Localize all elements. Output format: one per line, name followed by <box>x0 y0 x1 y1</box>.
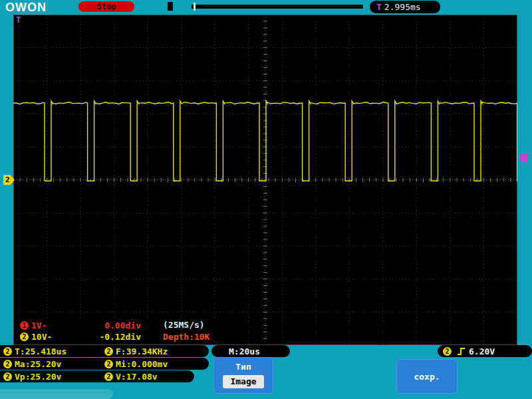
trigger-time-icon: T <box>376 2 382 12</box>
channel2-settings-row: 2 10V- -0.12div <box>20 331 149 342</box>
scope-grid-and-trace <box>13 15 517 345</box>
frequency-value: F:39.34KHz <box>116 346 168 356</box>
trigger-offset-marker <box>168 2 173 11</box>
memory-depth: Depth:10K <box>163 331 227 343</box>
channel2-badge: 2 <box>3 360 12 368</box>
waveform-display <box>13 15 517 345</box>
channel2-badge: 2 <box>104 360 113 368</box>
memory-window-marker <box>194 3 196 11</box>
vavg-value: V:17.08v <box>116 372 158 382</box>
timebase-readout: M:20us <box>211 345 290 357</box>
rising-edge-icon <box>456 346 467 356</box>
trigger-level-readout: 2 6.20V <box>438 345 532 357</box>
period-value: T:25.418us <box>15 346 66 356</box>
save-button[interactable]: сохр. <box>396 359 458 394</box>
min-value: Mi:0.000mv <box>116 359 168 369</box>
vpp-value: Vp:25.20v <box>15 372 61 382</box>
vavg-readout: 2 V:17.08v <box>104 372 158 382</box>
channel2-badge: 2 <box>104 347 113 356</box>
measurement-row-3: 2 Vp:25.20v 2 V:17.08v <box>0 370 194 382</box>
bottom-left-bar <box>0 389 113 399</box>
memory-bar <box>192 5 363 9</box>
save-label: сохр. <box>414 372 440 382</box>
channel2-badge: 2 <box>3 372 12 381</box>
period-readout: 2 T:25.418us <box>3 346 104 356</box>
channel2-badge: 2 <box>443 347 452 356</box>
acquisition-status-badge: Stop <box>78 1 134 12</box>
channel2-badge: 2 <box>3 347 12 356</box>
channel-settings-panel: 1 1V- 0.00div 2 10V- -0.12div <box>16 318 153 344</box>
channel1-badge: 1 <box>20 321 29 330</box>
channel2-scale: 10V- <box>31 332 52 342</box>
acquisition-panel: (25MS/s) Depth:10K <box>160 318 230 344</box>
min-readout: 2 Mi:0.000mv <box>104 359 168 369</box>
menu-button-type[interactable]: Тип Image <box>213 357 273 394</box>
brand-logo: OWON <box>5 1 47 15</box>
trigger-position-label: T <box>16 15 21 25</box>
channel1-scale: 1V- <box>31 321 47 331</box>
frequency-readout: 2 F:39.34KHz <box>104 346 168 356</box>
sample-rate: (25MS/s) <box>163 319 227 331</box>
channel2-badge: 2 <box>20 332 29 341</box>
channel2-badge: 2 <box>104 372 113 381</box>
trigger-time-readout: T 2.995ms <box>370 1 440 13</box>
trigger-time-value: 2.995ms <box>384 2 421 12</box>
type-value-option[interactable]: Image <box>223 375 264 388</box>
channel1-offset: 0.00div <box>104 321 149 331</box>
channel1-settings-row: 1 1V- 0.00div <box>20 320 149 331</box>
max-readout: 2 Ma:25.20v <box>3 359 104 369</box>
channel2-offset: -0.12div <box>99 332 149 342</box>
vpp-readout: 2 Vp:25.20v <box>3 372 104 382</box>
type-label: Тип <box>214 362 273 372</box>
oscilloscope-screen: OWON Stop T 2.995ms T 2 1 1V- 0.00div 2 … <box>0 0 532 399</box>
trigger-level-value: 6.20V <box>469 346 495 356</box>
measurement-row-1: 2 T:25.418us 2 F:39.34KHz <box>0 345 209 357</box>
measurement-row-2: 2 Ma:25.20v 2 Mi:0.000mv <box>0 358 209 370</box>
trigger-level-arrow-icon <box>519 154 527 162</box>
max-value: Ma:25.20v <box>15 359 61 369</box>
